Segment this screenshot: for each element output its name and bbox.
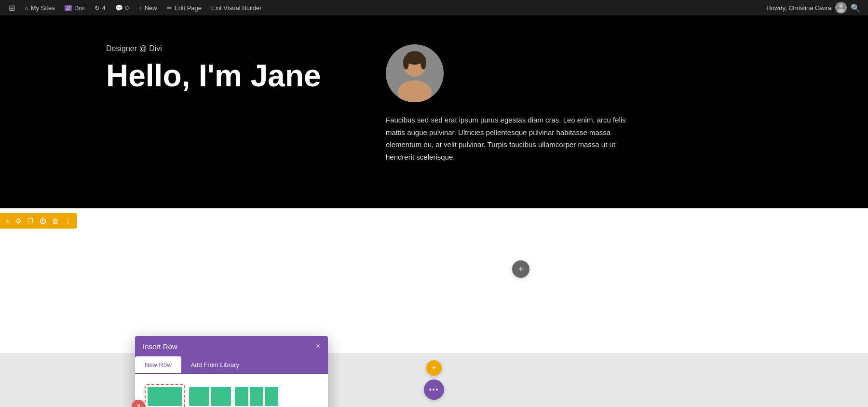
svg-point-0 — [839, 4, 843, 8]
dialog-tabs: New Row Add From Library — [135, 356, 328, 374]
row-layout-options — [145, 384, 318, 407]
exit-vb-label: Exit Visual Builder — [211, 4, 262, 12]
more-options-button[interactable]: ••• — [424, 380, 444, 400]
home-icon: ⌂ — [25, 4, 28, 12]
wp-logo[interactable]: ⊞ — [4, 0, 20, 15]
svg-point-1 — [838, 9, 844, 13]
divi-menu[interactable]: D Divi — [60, 0, 90, 15]
plus-icon: + — [138, 4, 142, 12]
svg-point-9 — [403, 56, 409, 69]
dialog-header: Insert Row × — [135, 336, 328, 356]
hero-title: Hello, I'm Jane — [106, 59, 347, 93]
avatar-icon — [835, 2, 847, 14]
hero-right: Faucibus sed sed erat ipsum purus egesta… — [347, 44, 829, 163]
hero-section: Designer @ Divi Hello, I'm Jane — [0, 15, 868, 208]
more-icon[interactable]: ⋮ — [65, 217, 71, 225]
row-option-1col[interactable] — [145, 384, 185, 407]
add-gray-button[interactable]: + — [512, 260, 529, 278]
hero-left: Designer @ Divi Hello, I'm Jane — [106, 44, 347, 93]
power-icon[interactable]: ⏻ — [40, 217, 46, 225]
comments-icon: 💬 — [115, 4, 123, 12]
settings-icon[interactable]: ⚙ — [15, 217, 22, 225]
user-greeting: Howdy, Christina Gwira — [766, 4, 831, 12]
updates-count: 4 — [102, 4, 106, 12]
search-icon[interactable]: 🔍 — [851, 3, 860, 13]
dialog-close-button[interactable]: × — [316, 342, 320, 351]
edit-page-menu[interactable]: ✏ Edit Page — [162, 0, 206, 15]
user-info: Howdy, Christina Gwira 🔍 — [766, 2, 864, 14]
my-sites-menu[interactable]: ⌂ My Sites — [20, 0, 60, 15]
dialog-title: Insert Row — [143, 342, 177, 351]
avatar — [386, 44, 444, 102]
page-content: Designer @ Divi Hello, I'm Jane — [0, 15, 868, 407]
new-label: New — [145, 4, 157, 12]
comments-count: 0 — [125, 4, 129, 12]
comments-menu[interactable]: 💬 0 — [110, 0, 134, 15]
row-option-2col[interactable] — [189, 387, 231, 406]
delete-icon[interactable]: 🗑 — [52, 217, 59, 225]
divi-label: Divi — [74, 4, 85, 12]
svg-point-10 — [420, 56, 426, 69]
clone-icon[interactable]: ❐ — [27, 217, 34, 225]
edit-icon: ✏ — [167, 4, 172, 12]
tab-add-from-library[interactable]: Add From Library — [181, 356, 249, 373]
row-option-3col[interactable] — [235, 387, 278, 406]
gray-section: + ••• — [0, 353, 868, 407]
exit-vb-menu[interactable]: Exit Visual Builder — [206, 0, 267, 15]
my-sites-label: My Sites — [31, 4, 55, 12]
add-icon[interactable]: + — [6, 217, 10, 225]
tab-new-row[interactable]: New Row — [135, 356, 181, 373]
updates-menu[interactable]: ↻ 4 — [90, 0, 110, 15]
insert-row-dialog: Insert Row × New Row Add From Library — [135, 336, 328, 407]
new-menu[interactable]: + New — [134, 0, 162, 15]
divi-icon: D — [65, 5, 72, 11]
hero-description: Faucibus sed sed erat ipsum purus egesta… — [386, 114, 627, 163]
dialog-body — [135, 374, 328, 407]
add-section-button[interactable]: + — [426, 360, 442, 376]
white-section: Insert Row × New Row Add From Library — [0, 208, 868, 353]
edit-page-label: Edit Page — [175, 4, 202, 12]
hero-subtitle: Designer @ Divi — [106, 44, 347, 53]
wp-icon: ⊞ — [9, 3, 15, 13]
section-toolbar: + ⚙ ❐ ⏻ 🗑 ⋮ — [0, 213, 77, 229]
updates-icon: ↻ — [95, 4, 100, 12]
admin-bar: ⊞ ⌂ My Sites D Divi ↻ 4 💬 0 + New ✏ Edit… — [0, 0, 868, 15]
